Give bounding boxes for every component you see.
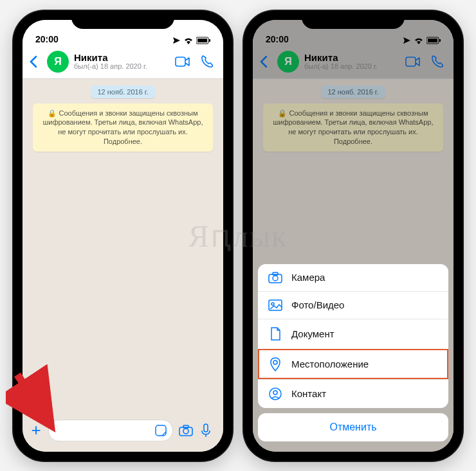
voice-call-button[interactable]	[428, 55, 447, 69]
svg-point-6	[183, 429, 188, 434]
mic-button[interactable]	[200, 423, 217, 438]
cancel-label: Отменить	[329, 422, 376, 432]
svg-rect-7	[183, 425, 188, 428]
camera-icon	[268, 272, 282, 283]
date-pill: 12 нояб. 2016 г.	[321, 85, 385, 98]
svg-line-10	[17, 375, 47, 420]
avatar[interactable]: Я	[277, 51, 299, 73]
video-call-button[interactable]	[403, 56, 423, 67]
svg-rect-14	[406, 57, 416, 66]
phone-icon	[430, 55, 444, 69]
avatar-letter: Я	[54, 56, 62, 67]
voice-call-button[interactable]	[197, 55, 217, 69]
avatar[interactable]: Я	[47, 51, 69, 73]
screen-right: 20:00 Я Никита был(-а) 18 апр. 2020 г.	[253, 20, 453, 452]
svg-point-22	[273, 391, 277, 395]
svg-rect-8	[204, 424, 208, 432]
sheet-item-label: Камера	[291, 272, 325, 283]
person-icon	[268, 387, 282, 400]
chat-header: Я Никита был(-а) 18 апр. 2020 г.	[23, 46, 223, 79]
battery-icon	[426, 37, 441, 44]
svg-point-20	[273, 360, 277, 364]
sheet-item-label: Местоположение	[291, 359, 369, 369]
svg-point-19	[271, 303, 274, 305]
encryption-notice[interactable]: 🔒 Сообщения и звонки защищены сквозным ш…	[33, 103, 213, 152]
pin-icon	[268, 357, 282, 371]
mic-icon	[200, 423, 212, 438]
encryption-notice[interactable]: 🔒 Сообщения и звонки защищены сквозным ш…	[263, 103, 443, 152]
status-icons	[172, 37, 210, 44]
camera-icon	[178, 424, 194, 437]
document-icon	[268, 327, 282, 341]
sheet-item-photo-video[interactable]: Фото/Видео	[258, 291, 448, 319]
status-icons	[402, 37, 441, 44]
wifi-icon	[414, 37, 424, 44]
battery-icon	[196, 37, 210, 44]
svg-rect-17	[273, 272, 278, 275]
airplane-icon	[172, 37, 181, 44]
phone-icon	[200, 55, 214, 69]
sheet-item-label: Контакт	[291, 388, 326, 399]
sheet-group: Камера Фото/Видео Документ Местоположени…	[258, 264, 448, 408]
chevron-left-icon	[29, 55, 38, 68]
chevron-left-icon	[259, 55, 268, 68]
video-icon	[175, 56, 190, 67]
airplane-icon	[402, 37, 411, 44]
sticker-icon[interactable]	[154, 424, 167, 437]
video-call-button[interactable]	[173, 56, 192, 67]
sheet-item-location[interactable]: Местоположение	[258, 349, 448, 379]
avatar-letter: Я	[284, 56, 292, 67]
svg-rect-2	[209, 39, 210, 42]
svg-rect-12	[428, 39, 437, 42]
notch	[71, 11, 174, 29]
cancel-button[interactable]: Отменить	[258, 413, 448, 441]
sheet-item-camera[interactable]: Камера	[258, 264, 448, 291]
sheet-item-label: Документ	[291, 328, 334, 339]
back-button[interactable]	[259, 55, 272, 68]
wifi-icon	[183, 37, 194, 44]
svg-rect-13	[439, 39, 441, 42]
image-icon	[268, 299, 282, 311]
notch	[302, 11, 405, 29]
svg-rect-3	[176, 57, 185, 66]
status-time: 20:00	[35, 34, 59, 44]
sheet-item-document[interactable]: Документ	[258, 319, 448, 349]
phone-left: 20:00 Я Никита был(-а) 18 апр. 2020 г.	[14, 11, 232, 461]
contact-name: Никита	[74, 53, 168, 63]
date-pill: 12 нояб. 2016 г.	[91, 85, 154, 98]
svg-rect-1	[197, 39, 207, 42]
status-time: 20:00	[266, 34, 289, 44]
video-icon	[405, 56, 421, 67]
contact-status: был(-а) 18 апр. 2020 г.	[74, 63, 168, 71]
contact-status: был(-а) 18 апр. 2020 г.	[304, 63, 398, 71]
back-button[interactable]	[29, 55, 42, 68]
contact-name: Никита	[304, 53, 398, 63]
red-arrow-annotation	[6, 364, 83, 441]
contact-info[interactable]: Никита был(-а) 18 апр. 2020 г.	[74, 53, 168, 70]
phone-right: 20:00 Я Никита был(-а) 18 апр. 2020 г.	[244, 11, 462, 461]
chat-header: Я Никита был(-а) 18 апр. 2020 г.	[253, 46, 453, 79]
sheet-item-label: Фото/Видео	[291, 299, 344, 310]
sheet-item-contact[interactable]: Контакт	[258, 379, 448, 408]
contact-info[interactable]: Никита был(-а) 18 апр. 2020 г.	[304, 53, 398, 70]
attachment-action-sheet: Камера Фото/Видео Документ Местоположени…	[258, 264, 448, 441]
camera-button[interactable]	[178, 424, 195, 437]
svg-point-16	[273, 276, 278, 281]
svg-rect-4	[156, 425, 166, 436]
